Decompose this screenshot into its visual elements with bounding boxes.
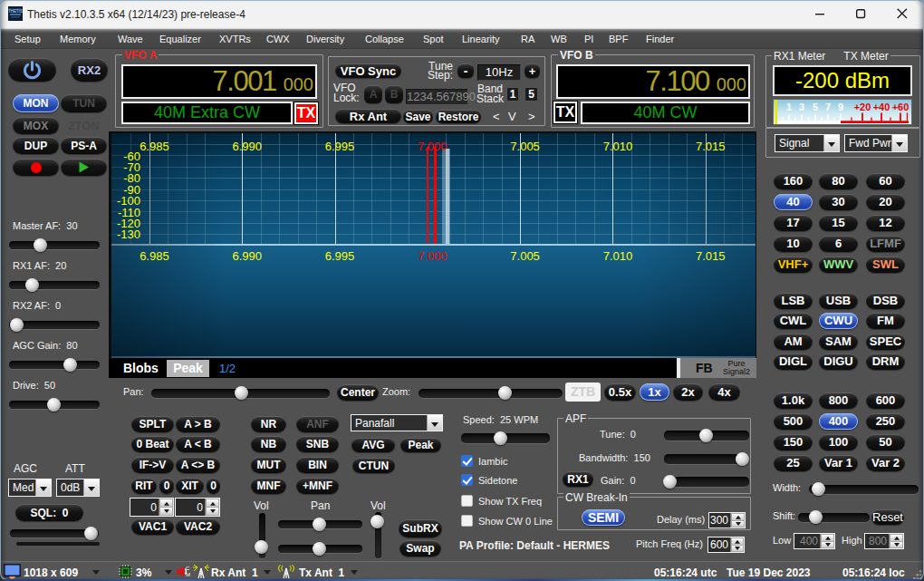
svg-text:C: C [186,566,190,571]
svg-text:6.995: 6.995 [325,140,355,153]
svg-text:7.000: 7.000 [418,140,448,153]
svg-text:7.015: 7.015 [696,249,726,263]
svg-text:7.005: 7.005 [510,140,540,153]
svg-text:5: 5 [813,102,818,112]
svg-text:+20: +20 [854,102,871,112]
svg-text:7.010: 7.010 [603,140,633,153]
svg-text:+40: +40 [873,102,890,112]
svg-text:M: M [186,572,190,577]
svg-text:7.000: 7.000 [418,249,448,263]
svg-text:THETIS: THETIS [8,9,23,14]
svg-text:7.005: 7.005 [510,249,540,263]
svg-text:6.985: 6.985 [140,249,169,263]
svg-text:6.995: 6.995 [325,249,355,263]
svg-text:1: 1 [786,102,792,112]
svg-text:7.015: 7.015 [696,140,726,153]
svg-text:7: 7 [825,102,831,112]
svg-text:6.990: 6.990 [232,249,262,263]
svg-text:7.010: 7.010 [603,249,633,263]
svg-text:3: 3 [799,102,804,112]
svg-text:-130: -130 [117,228,140,241]
svg-text:9: 9 [838,102,843,112]
svg-text:6.985: 6.985 [140,140,169,153]
svg-text:6.990: 6.990 [232,140,262,153]
svg-text:+60: +60 [892,102,910,112]
